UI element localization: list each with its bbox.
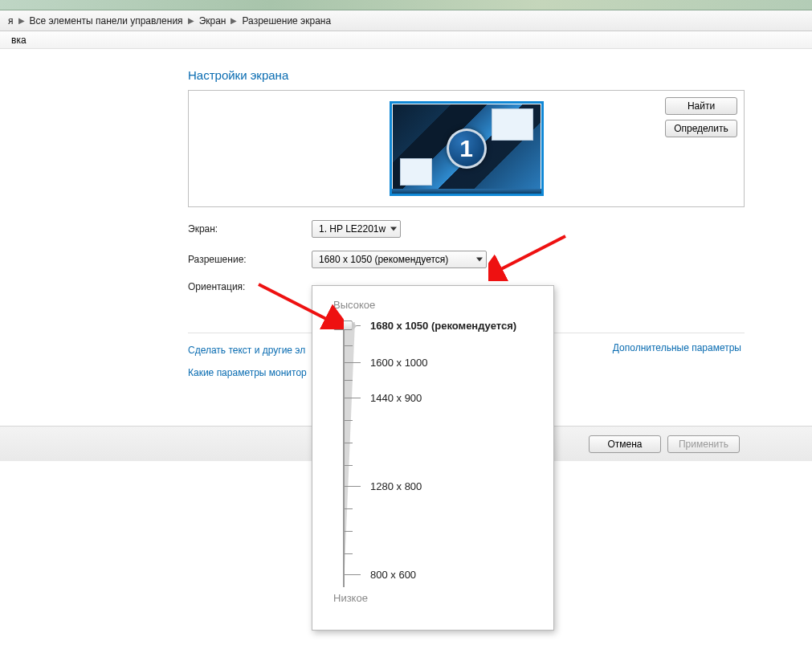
chevron-right-icon: ▶	[231, 16, 237, 25]
slider-tick	[345, 380, 353, 381]
monitor-number-badge: 1	[447, 129, 487, 169]
find-button[interactable]: Найти	[665, 97, 737, 115]
menu-item-fragment[interactable]: вка	[5, 33, 33, 47]
breadcrumb-fragment[interactable]: я	[3, 15, 18, 27]
page-title: Настройки экрана	[188, 68, 771, 82]
chevron-right-icon: ▶	[188, 16, 194, 25]
display-preview-box: 1 Найти Определить	[188, 90, 745, 207]
resolution-option-1280[interactable]: 1280 x 800	[370, 480, 422, 492]
display-dropdown-value: 1. HP LE2201w	[319, 223, 386, 235]
text-size-link[interactable]: Сделать текст и другие эл	[188, 345, 305, 356]
slider-thumb[interactable]	[333, 320, 353, 330]
chevron-down-icon	[476, 258, 483, 262]
breadcrumb-display[interactable]: Экран	[194, 15, 231, 27]
slider-tick	[345, 443, 353, 443]
breadcrumb-all-cp[interactable]: Все элементы панели управления	[25, 15, 188, 27]
mini-window-icon	[492, 108, 533, 141]
slider-tick	[345, 508, 353, 509]
slider-low-label: Низкое	[333, 592, 539, 604]
chevron-right-icon: ▶	[18, 16, 25, 25]
resolution-slider[interactable]: 1680 x 1050 (рекомендуется) 1600 x 1000 …	[330, 317, 539, 590]
advanced-settings-link[interactable]: Дополнительные параметры	[613, 342, 741, 353]
resolution-option-1600[interactable]: 1600 x 1000	[370, 357, 428, 369]
menu-bar: вка	[0, 31, 812, 49]
slider-tick	[345, 486, 361, 487]
orientation-label: Ориентация:	[188, 281, 312, 292]
slider-tick	[345, 362, 361, 363]
resolution-dropdown[interactable]: 1680 x 1050 (рекомендуется)	[312, 251, 487, 268]
slider-tick	[345, 420, 353, 421]
resolution-label: Разрешение:	[188, 254, 312, 265]
slider-tick	[345, 465, 353, 466]
display-dropdown[interactable]: 1. HP LE2201w	[312, 220, 401, 238]
resolution-dropdown-value: 1680 x 1050 (рекомендуется)	[319, 254, 448, 265]
detect-button[interactable]: Определить	[665, 120, 737, 137]
apply-button: Применить	[667, 435, 740, 453]
monitor-params-link[interactable]: Какие параметры монитор	[188, 367, 307, 378]
slider-high-label: Высокое	[333, 299, 539, 311]
cancel-button[interactable]: Отмена	[589, 435, 661, 453]
breadcrumb-resolution[interactable]: Разрешение экрана	[237, 15, 336, 27]
chevron-down-icon	[390, 227, 397, 231]
resolution-option-1680[interactable]: 1680 x 1050 (рекомендуется)	[370, 320, 516, 332]
resolution-popup[interactable]: Высокое 1680 x 1050 (рекомендуется) 1600…	[312, 285, 554, 631]
slider-tick	[345, 345, 353, 346]
breadcrumb: я ▶ Все элементы панели управления ▶ Экр…	[0, 10, 812, 31]
window-glass-strip	[0, 0, 812, 10]
resolution-option-800[interactable]: 800 x 600	[370, 569, 416, 581]
resolution-option-1440[interactable]: 1440 x 900	[370, 392, 422, 404]
slider-tick	[345, 531, 353, 532]
monitor-thumbnail[interactable]: 1	[390, 101, 544, 196]
slider-tick	[345, 553, 353, 554]
display-label: Экран:	[188, 223, 312, 235]
slider-tick	[345, 574, 361, 575]
slider-tick	[345, 398, 361, 398]
mini-window-icon	[400, 158, 432, 186]
